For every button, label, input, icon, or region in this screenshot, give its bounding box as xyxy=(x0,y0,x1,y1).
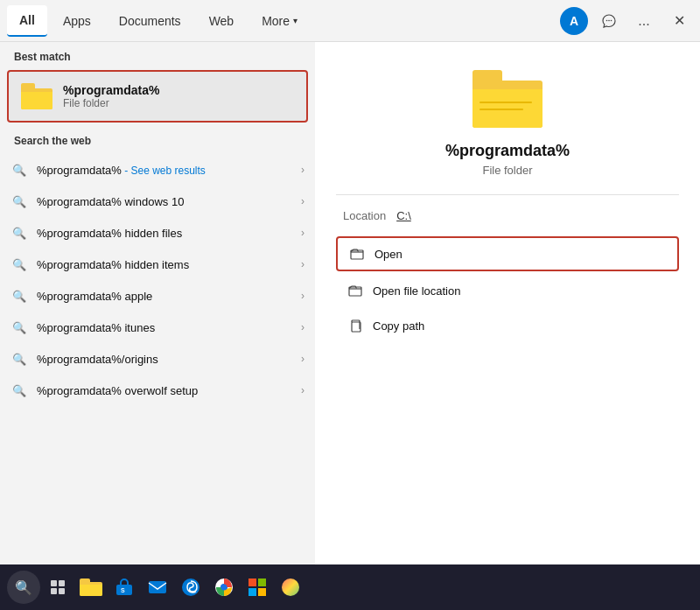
web-result-text: %programdata%/origins xyxy=(37,353,304,366)
list-item[interactable]: 🔍 %programdata% overwolf setup › xyxy=(0,375,315,406)
divider xyxy=(336,194,679,195)
right-panel-subtitle: File folder xyxy=(482,164,532,177)
right-panel: %programdata% File folder Location C:\ xyxy=(315,42,700,610)
chevron-right-icon: › xyxy=(301,195,304,207)
location-row: Location C:\ xyxy=(336,209,679,222)
svg-rect-6 xyxy=(51,580,57,586)
taskbar-icon-1[interactable] xyxy=(242,571,273,603)
dots-label: ... xyxy=(638,13,649,29)
search-icon: 🔍 xyxy=(10,161,28,179)
avatar[interactable]: A xyxy=(560,7,588,35)
avatar-letter: A xyxy=(570,14,578,28)
search-window: All Apps Documents Web More ▾ A xyxy=(0,0,700,610)
svg-rect-20 xyxy=(258,588,266,596)
svg-rect-19 xyxy=(248,588,256,596)
list-item[interactable]: 🔍 %programdata% hidden items › xyxy=(0,249,315,280)
chevron-down-icon: ▾ xyxy=(293,16,298,25)
nav-right: A ... ✕ xyxy=(560,7,693,35)
chevron-right-icon: › xyxy=(301,164,304,176)
web-result-text: %programdata% hidden items xyxy=(37,258,304,271)
open-file-location-label: Open file location xyxy=(373,284,460,298)
tab-more[interactable]: More ▾ xyxy=(249,5,310,37)
feedback-button[interactable] xyxy=(595,7,623,35)
open-file-location-action[interactable]: Open file location xyxy=(336,275,679,306)
list-item[interactable]: 🔍 %programdata% apple › xyxy=(0,280,315,312)
svg-point-16 xyxy=(221,585,228,591)
web-result-text: %programdata% - See web results xyxy=(37,164,304,177)
more-options-button[interactable]: ... xyxy=(630,7,658,35)
result-main: %programdata% apple xyxy=(37,290,152,303)
taskbar-edge[interactable] xyxy=(175,571,206,603)
close-button[interactable]: ✕ xyxy=(665,7,693,35)
best-match-text: %programdata% File folder xyxy=(63,83,159,109)
svg-point-1 xyxy=(608,19,610,21)
open-file-location-icon xyxy=(346,282,364,299)
chevron-right-icon: › xyxy=(301,353,304,365)
chevron-right-icon: › xyxy=(301,290,304,302)
open-action[interactable]: Open xyxy=(336,236,679,271)
taskbar-task-view[interactable] xyxy=(42,571,74,603)
left-panel: Best match %programdata% File folder Sea… xyxy=(0,42,315,610)
main-content: Best match %programdata% File folder Sea… xyxy=(0,42,700,610)
large-folder-icon xyxy=(472,70,542,128)
tab-apps[interactable]: Apps xyxy=(51,5,103,37)
taskbar-file-explorer[interactable] xyxy=(75,571,107,603)
copy-path-icon xyxy=(346,317,364,334)
list-item[interactable]: 🔍 %programdata%/origins › xyxy=(0,343,315,375)
right-actions: Open Open file location xyxy=(336,236,679,341)
copy-path-label: Copy path xyxy=(373,319,424,333)
tab-all-label: All xyxy=(19,13,35,27)
taskbar-chrome[interactable] xyxy=(208,571,240,603)
web-result-text: %programdata% windows 10 xyxy=(37,195,304,208)
svg-rect-9 xyxy=(59,588,65,594)
result-suffix: - See web results xyxy=(122,165,206,177)
taskbar-search-button[interactable]: 🔍 xyxy=(7,571,40,604)
right-panel-title: %programdata% xyxy=(445,142,570,160)
best-match-title: %programdata% xyxy=(63,83,159,97)
svg-point-2 xyxy=(611,19,612,21)
web-result-text: %programdata% overwolf setup xyxy=(37,384,304,397)
taskbar-store[interactable]: S xyxy=(108,571,140,603)
best-match-label: Best match xyxy=(0,42,315,67)
search-icon: 🔍 xyxy=(10,193,28,210)
search-icon: 🔍 xyxy=(10,319,28,336)
list-item[interactable]: 🔍 %programdata% windows 10 › xyxy=(0,186,315,217)
search-icon: 🔍 xyxy=(10,350,28,368)
best-match-item[interactable]: %programdata% File folder xyxy=(7,70,308,123)
svg-rect-17 xyxy=(248,578,256,586)
taskbar-mail[interactable] xyxy=(142,571,173,603)
web-result-text: %programdata% apple xyxy=(37,290,304,303)
svg-point-21 xyxy=(282,578,299,596)
web-result-text: %programdata% hidden files xyxy=(37,227,304,240)
result-main: %programdata% windows 10 xyxy=(37,195,184,208)
tab-all[interactable]: All xyxy=(7,5,47,37)
best-match-subtitle: File folder xyxy=(63,97,159,109)
result-main: %programdata% hidden files xyxy=(37,227,182,240)
tab-apps-label: Apps xyxy=(63,14,91,28)
tab-documents[interactable]: Documents xyxy=(107,5,193,37)
location-value[interactable]: C:\ xyxy=(396,209,411,222)
file-explorer-icon xyxy=(80,578,102,596)
svg-text:S: S xyxy=(121,587,125,593)
svg-point-0 xyxy=(606,19,608,21)
list-item[interactable]: 🔍 %programdata% hidden files › xyxy=(0,217,315,249)
close-icon: ✕ xyxy=(674,12,685,29)
open-icon xyxy=(348,245,366,263)
chevron-right-icon: › xyxy=(301,227,304,239)
web-result-text: %programdata% itunes xyxy=(37,321,304,334)
list-item[interactable]: 🔍 %programdata% - See web results › xyxy=(0,154,315,186)
tab-web-label: Web xyxy=(209,14,234,28)
taskbar-icon-2[interactable] xyxy=(275,571,306,603)
nav-bar: All Apps Documents Web More ▾ A xyxy=(0,0,700,42)
taskbar: 🔍 S xyxy=(0,564,700,610)
chevron-right-icon: › xyxy=(301,384,304,396)
result-main: %programdata%/origins xyxy=(37,353,158,366)
chevron-right-icon: › xyxy=(301,321,304,333)
search-icon: 🔍 xyxy=(10,287,28,305)
copy-path-action[interactable]: Copy path xyxy=(336,310,679,341)
search-icon: 🔍 xyxy=(10,382,28,399)
tab-web[interactable]: Web xyxy=(197,5,247,37)
search-icon: 🔍 xyxy=(10,224,28,242)
list-item[interactable]: 🔍 %programdata% itunes › xyxy=(0,312,315,343)
web-section-label: Search the web xyxy=(0,126,315,151)
